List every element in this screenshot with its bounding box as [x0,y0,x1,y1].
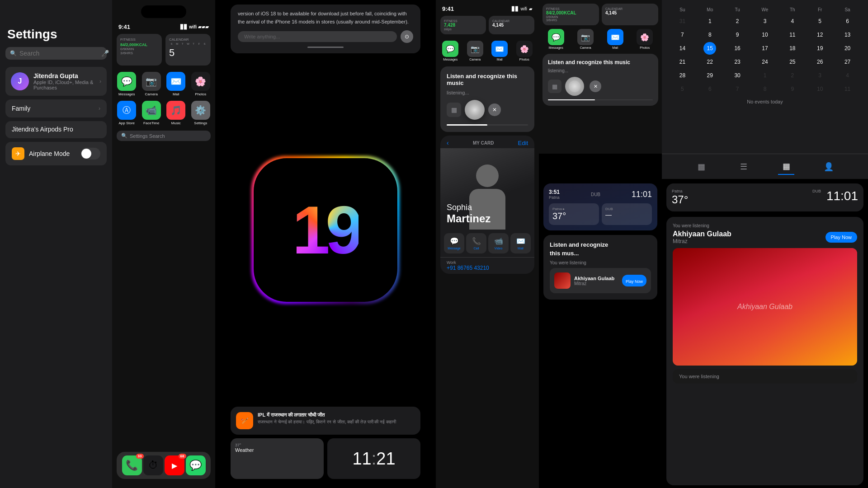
p3-camera[interactable]: 📷 Camera [572,29,599,49]
view-tab-month[interactable]: ▦ [778,159,794,175]
search-input[interactable] [19,50,99,57]
mini-cal: S M T W T F S [169,42,207,45]
dock-clock[interactable]: ⏱ [143,455,163,475]
p3-messages-label: Messages [549,46,563,49]
clock-minutes: 21 [376,449,395,468]
airplane-mode-row[interactable]: ✈ Airplane Mode [5,142,107,165]
calendar-widget-small[interactable]: Calendar S M T W T F S 5 [165,34,211,66]
contact-action-call[interactable]: 📞 Call [466,233,486,253]
view-tab-list[interactable]: ☰ [736,159,752,175]
phone1-bg: 9:41 ▊▊ wifi ▰▰▰ Fitness 84/2,000KCAL 0/… [112,0,215,488]
app-appstore[interactable]: Ⓐ App Store [117,101,137,125]
app-messages[interactable]: 💬 Messages [117,72,137,96]
tr-photos[interactable]: 🌸 Photos [514,41,536,61]
fitness-kcal: 84/2,000KCAL [120,42,158,47]
app-photos[interactable]: 🌸 Photos [191,72,211,96]
shazam-card: Listen and recognize this mus... You wer… [543,235,657,300]
p3-screen-btn[interactable]: ▦ [548,80,561,93]
settings-title: Settings [0,0,112,47]
tr-camera[interactable]: 📷 Camera [464,41,486,61]
now-playing-row: Akhiyaan Gulaab Mitraz Play Now [673,230,857,244]
app-mail[interactable]: ✉️ Mail [166,72,186,96]
chat-input-field[interactable]: Write anything... [238,31,397,42]
ios19-container: 19 [253,53,398,407]
chat-send-button[interactable]: ⊙ [401,30,413,43]
airplane-mode-toggle[interactable] [80,148,100,160]
user-profile-row[interactable]: J Jitendra Gupta Apple ID, iCloud+, Medi… [5,67,107,96]
now-playing-panel: You were listening Akhiyaan Gulaab Mitra… [666,217,863,485]
p3-listen-btn[interactable] [565,77,584,96]
tr-photos-label: Photos [519,58,529,61]
app-camera[interactable]: 📷 Camera [142,72,162,96]
shazam-title2: this mus... [550,250,651,257]
mail-action-icon: ✉️ [516,237,525,245]
p3-music-controls: ▦ ✕ [548,77,653,96]
appstore-label: App Store [118,121,135,125]
song-artist: Mitraz [574,281,614,286]
contact-back-btn[interactable]: ‹ [447,139,449,146]
album-art: Akhiyaan Gulaab [673,248,857,366]
ios19-inner: 19 [254,158,397,302]
contact-action-mail[interactable]: ✉️ Mail [510,233,531,253]
p3-calendar[interactable]: Calendar 4,145 [602,4,658,25]
play-now-button[interactable]: Play Now [826,232,857,243]
tr-camera-icon: 📷 [467,41,483,57]
status-icons-phone2: ▊▊ wifi ▰ [512,6,533,11]
fitness-widget[interactable]: Fitness 84/2,000KCAL 0/90MIN 3/6HRS [117,34,162,66]
dock-phone[interactable]: 📞 33 [122,455,142,475]
lock-time-display: 3:51 [549,189,560,195]
cal-week-1: 31 1 2 3 4 5 6 [669,15,861,28]
app-settings[interactable]: ⚙️ Settings [191,101,211,125]
mic-icon[interactable]: 🎤 [101,50,109,57]
user-name: Jitendra Gupta [33,72,95,80]
p3-close-btn[interactable]: ✕ [590,80,601,92]
user-avatar: J [11,72,29,90]
dock-whatsapp[interactable]: 💬 [186,455,206,475]
shazam-screen-btn[interactable]: ▦ [447,103,461,117]
dock-youtube[interactable]: ▶ 68 [165,455,184,475]
p3-mail[interactable]: ✉️ Mail [602,29,629,49]
p3-app-grid: 💬 Messages 📷 Camera ✉️ Mail 🌸 Photos [539,27,662,51]
contact-edit-btn[interactable]: Edit [518,140,528,146]
p3-fitness[interactable]: Fitness 84/2,000KCAL 0/90MIN 3/6HRS [542,4,599,25]
settings-search-bar[interactable]: 🔍 🎤 [5,47,107,60]
wifi-icon: wifi [189,24,197,29]
contact-action-video[interactable]: 📹 Video [488,233,509,253]
phone3-widgets: Fitness 84/2,000KCAL 0/90MIN 3/6HRS Cale… [539,0,662,27]
play-now-btn[interactable]: Play Now [622,275,646,286]
family-chevron-icon: › [99,105,100,112]
contact-action-message[interactable]: 💬 Message [444,233,464,253]
family-row[interactable]: Family › [5,99,107,117]
fitness-widget-tr[interactable]: Fitness 7,428 steps [440,16,486,34]
cal-31[interactable]: 31 [676,15,689,28]
contact-name-overlay: Sophia Martinez [447,203,491,225]
messages-icon: 💬 [117,72,136,91]
app-music[interactable]: 🎵 Music [166,101,186,125]
ipl-icon: 🏏 [236,412,253,429]
album-art-text: Akhiyaan Gulaab [737,303,793,311]
tr-mail[interactable]: ✉️ Mail [489,41,511,61]
settings-panel: Settings 🔍 🎤 J Jitendra Gupta Apple ID, … [0,0,112,488]
ipl-notification: 🏏 IPL में राजस्थान की लगातार चौथी जीत रा… [231,407,420,435]
app-facetime[interactable]: 📹 FaceTime [142,101,162,125]
fitness-val-tr: 7,428 [444,23,482,28]
p3-messages-icon: 💬 [548,29,564,45]
airpods-name: Jitendra's Airpods Pro [12,126,100,133]
calendar-widget-tr[interactable]: Calendar 4,145 [489,16,534,34]
airplane-mode-left: ✈ Airplane Mode [12,147,70,160]
shazam-listen-btn[interactable] [465,100,485,120]
shazam-close-btn[interactable]: ✕ [488,103,501,116]
p3-photos[interactable]: 🌸 Photos [632,29,659,49]
search-icon: 🔍 [10,50,17,56]
chat-input-row: Write anything... ⊙ [238,30,413,43]
p3-mail-label: Mail [612,46,618,49]
airpods-item[interactable]: Jitendra's Airpods Pro [5,121,107,138]
phone-search-bar[interactable]: 🔍 Settings Search [117,131,211,141]
p3-messages[interactable]: 💬 Messages [542,29,570,49]
center-panel: version of iOS 18 to be available for do… [215,0,436,488]
photos-label: Photos [195,92,206,96]
view-tab-grid[interactable]: ▦ [693,159,709,175]
mail-label: Mail [173,92,179,96]
tr-messages[interactable]: 💬 Messages [439,41,462,61]
view-tab-person[interactable]: 👤 [821,159,837,175]
